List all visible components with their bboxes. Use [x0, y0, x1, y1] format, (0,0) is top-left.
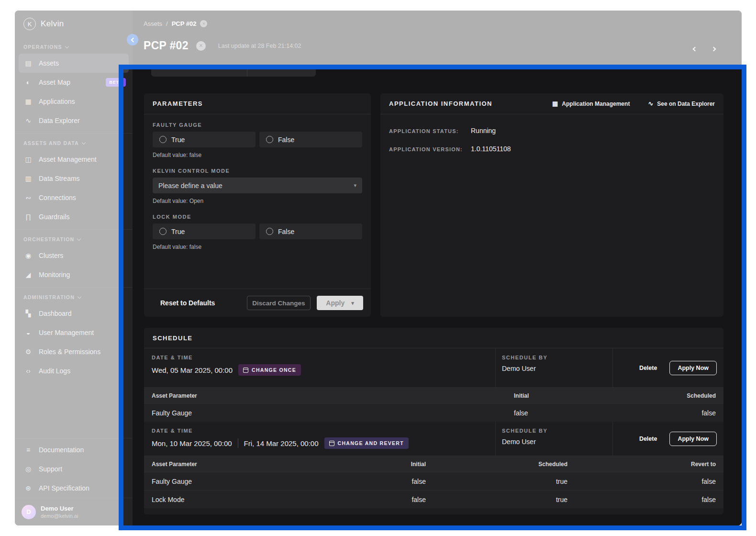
schedule-title: SCHEDULE — [153, 335, 193, 342]
application-status-row: APPLICATION STATUS: Running — [389, 127, 715, 134]
tab-bar-remnant — [151, 65, 316, 77]
schedule-start-date: Mon, 10 Mar 2025, 00:00 — [152, 439, 232, 447]
radio-icon — [159, 136, 167, 143]
schedule-entry-1-meta: DATE & TIME Wed, 05 Mar 2025, 00:00 CHAN… — [144, 348, 723, 388]
see-on-data-explorer-link[interactable]: ∿ See on Data Explorer — [648, 100, 715, 107]
schedule-by-value: Demo User — [502, 365, 612, 372]
date-time-label: DATE & TIME — [152, 355, 495, 360]
parameters-footer: Reset to Defaults Discard Changes Apply … — [144, 289, 371, 317]
table-row: Lock Mode false true false — [144, 490, 723, 508]
apply-now-button[interactable]: Apply Now — [669, 432, 717, 446]
table-header-row: Asset Parameter Initial Scheduled Revert… — [144, 456, 723, 472]
lock-mode-options: True False — [153, 223, 362, 239]
schedule-entry-2-actions: Delete Apply Now — [612, 422, 723, 456]
faulty-gauge-false-option[interactable]: False — [259, 132, 362, 147]
tab-segment[interactable] — [151, 65, 247, 77]
radio-icon — [159, 228, 167, 235]
faulty-gauge-options: True False — [153, 132, 362, 147]
table-header-row: Asset Parameter Initial Scheduled — [144, 388, 723, 403]
schedule-entry-2-meta: DATE & TIME Mon, 10 Mar 2025, 00:00 Fri,… — [144, 422, 723, 456]
application-information-panel: APPLICATION INFORMATION ▦ Application Ma… — [380, 93, 723, 317]
dim-overlay-left — [15, 65, 119, 525]
grid-icon: ▦ — [552, 100, 558, 107]
dim-overlay-top — [15, 11, 742, 65]
lock-mode-false-option[interactable]: False — [259, 223, 362, 239]
application-information-body: APPLICATION STATUS: Running APPLICATION … — [380, 114, 723, 153]
application-status-value: Running — [471, 127, 496, 134]
schedule-entry-2-by: SCHEDULE BY Demo User — [495, 422, 612, 456]
application-management-link[interactable]: ▦ Application Management — [552, 100, 630, 107]
change-once-badge: CHANGE ONCE — [238, 364, 301, 376]
schedule-entry-1-actions: Delete Apply Now — [612, 348, 723, 387]
page: K Kelvin OPERATIONS ▤ Assets ◐ Asset Map… — [0, 0, 756, 536]
kelvin-control-mode-select[interactable]: Please define a value ▾ — [153, 178, 362, 193]
schedule-entry-1-by: SCHEDULE BY Demo User — [495, 348, 612, 387]
schedule-end-date: Fri, 14 Mar 2025, 00:00 — [244, 439, 319, 447]
parameters-title: PARAMETERS — [153, 100, 203, 107]
schedule-date: Wed, 05 Mar 2025, 00:00 — [152, 366, 233, 374]
apply-now-button[interactable]: Apply Now — [669, 361, 717, 375]
date-time-label: DATE & TIME — [152, 428, 495, 434]
radio-icon — [266, 136, 273, 143]
schedule-by-label: SCHEDULE BY — [502, 428, 612, 434]
lock-mode-default-note: Default value: false — [153, 244, 362, 250]
change-and-revert-badge: CHANGE AND REVERT — [324, 437, 409, 449]
app-window: K Kelvin OPERATIONS ▤ Assets ◐ Asset Map… — [15, 11, 742, 525]
schedule-panel: SCHEDULE DATE & TIME Wed, 05 Mar 2025, 0… — [144, 328, 723, 514]
discard-changes-button[interactable]: Discard Changes — [247, 296, 311, 310]
parameters-body: FAULTY GAUGE True False Default value: f… — [144, 114, 371, 250]
application-version-row: APPLICATION VERSION: 1.0.11051108 — [389, 145, 715, 153]
schedule-by-label: SCHEDULE BY — [502, 355, 612, 360]
application-version-label: APPLICATION VERSION: — [389, 146, 471, 152]
schedule-by-value: Demo User — [502, 438, 612, 446]
date-separator — [238, 438, 238, 448]
schedule-entry-1-date: DATE & TIME Wed, 05 Mar 2025, 00:00 CHAN… — [144, 348, 495, 387]
faulty-gauge-default-note: Default value: false — [153, 152, 362, 158]
kelvin-control-mode-default-note: Default value: Open — [153, 198, 362, 204]
schedule-entry-2-table: Asset Parameter Initial Scheduled Revert… — [144, 456, 723, 508]
lock-mode-true-option[interactable]: True — [153, 223, 256, 239]
application-version-value: 1.0.11051108 — [471, 145, 511, 153]
schedule-entry-1-table: Asset Parameter Initial Scheduled Faulty… — [144, 388, 723, 422]
calendar-icon — [329, 441, 334, 446]
application-status-label: APPLICATION STATUS: — [389, 128, 471, 134]
reset-to-defaults-button[interactable]: Reset to Defaults — [160, 299, 215, 307]
schedule-header: SCHEDULE — [144, 328, 723, 348]
radio-icon — [266, 228, 273, 235]
caret-down-icon: ▾ — [351, 300, 354, 306]
calendar-icon — [243, 368, 248, 373]
tab-segment[interactable] — [247, 65, 316, 77]
application-information-header: APPLICATION INFORMATION ▦ Application Ma… — [380, 93, 723, 114]
caret-down-icon: ▾ — [354, 182, 356, 189]
application-information-title: APPLICATION INFORMATION — [389, 100, 492, 107]
apply-button[interactable]: Apply ▾ — [317, 296, 363, 310]
lock-mode-label: LOCK MODE — [153, 214, 362, 220]
parameters-header: PARAMETERS — [144, 93, 371, 114]
schedule-entry-2-date: DATE & TIME Mon, 10 Mar 2025, 00:00 Fri,… — [144, 422, 495, 456]
kelvin-control-mode-label: KELVIN CONTROL MODE — [153, 168, 362, 174]
parameters-panel: PARAMETERS FAULTY GAUGE True False — [144, 93, 371, 317]
faulty-gauge-true-option[interactable]: True — [153, 132, 256, 147]
delete-button[interactable]: Delete — [639, 436, 657, 442]
table-row: Faulty Gauge false false — [144, 403, 723, 422]
main-content: PARAMETERS FAULTY GAUGE True False — [133, 65, 742, 525]
waveform-icon: ∿ — [648, 100, 653, 107]
select-placeholder: Please define a value — [158, 182, 222, 190]
faulty-gauge-label: FAULTY GAUGE — [153, 122, 362, 128]
table-row: Faulty Gauge false true false — [144, 472, 723, 490]
delete-button[interactable]: Delete — [639, 365, 657, 371]
